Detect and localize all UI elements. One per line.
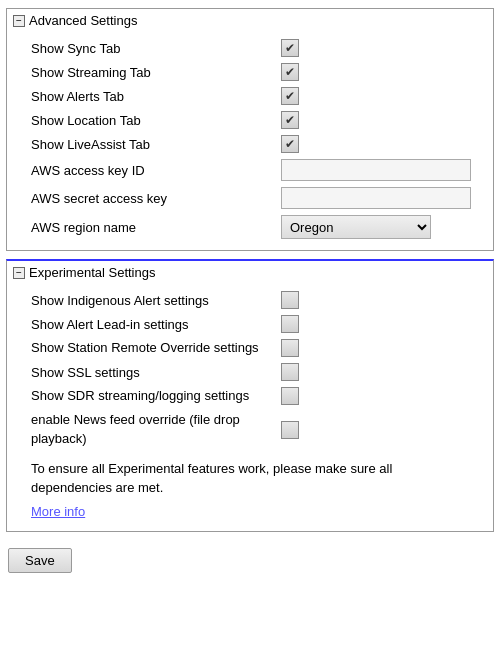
show-location-tab-checkbox[interactable] [281, 111, 299, 129]
show-sync-tab-checkbox[interactable] [281, 39, 299, 57]
row-sdr-streaming: Show SDR streaming/logging settings [7, 384, 493, 408]
news-feed-control [281, 421, 481, 439]
row-station-remote: Show Station Remote Override settings [7, 336, 493, 360]
indigenous-alert-control [281, 291, 481, 309]
show-streaming-tab-control [281, 63, 481, 81]
indigenous-alert-checkbox[interactable] [281, 291, 299, 309]
show-sync-tab-control [281, 39, 481, 57]
news-feed-checkbox[interactable] [281, 421, 299, 439]
show-liveassist-tab-control [281, 135, 481, 153]
ssl-settings-label: Show SSL settings [31, 365, 281, 380]
row-ssl-settings: Show SSL settings [7, 360, 493, 384]
experimental-settings-content: Show Indigenous Alert settings Show Aler… [7, 284, 493, 531]
advanced-settings-title: Advanced Settings [29, 13, 137, 28]
row-aws-secret: AWS secret access key [7, 184, 493, 212]
aws-region-control: Oregon US East (N. Virginia) US West (N.… [281, 215, 481, 239]
aws-secret-input[interactable] [281, 187, 471, 209]
row-alert-leadin: Show Alert Lead-in settings [7, 312, 493, 336]
row-show-liveassist-tab: Show LiveAssist Tab [7, 132, 493, 156]
indigenous-alert-label: Show Indigenous Alert settings [31, 293, 281, 308]
aws-secret-label: AWS secret access key [31, 191, 281, 206]
advanced-settings-section: − Advanced Settings Show Sync Tab Show S… [6, 8, 494, 251]
advanced-collapse-icon[interactable]: − [13, 15, 25, 27]
show-streaming-tab-checkbox[interactable] [281, 63, 299, 81]
station-remote-checkbox[interactable] [281, 339, 299, 357]
row-show-alerts-tab: Show Alerts Tab [7, 84, 493, 108]
more-info-link[interactable]: More info [7, 502, 493, 523]
alert-leadin-control [281, 315, 481, 333]
advanced-settings-header: − Advanced Settings [7, 9, 493, 32]
aws-key-id-label: AWS access key ID [31, 163, 281, 178]
row-news-feed: enable News feed override (file drop pla… [7, 408, 493, 450]
experimental-settings-header: − Experimental Settings [7, 261, 493, 284]
experimental-collapse-icon[interactable]: − [13, 267, 25, 279]
aws-region-select[interactable]: Oregon US East (N. Virginia) US West (N.… [281, 215, 431, 239]
row-show-streaming-tab: Show Streaming Tab [7, 60, 493, 84]
row-show-location-tab: Show Location Tab [7, 108, 493, 132]
experimental-notice: To ensure all Experimental features work… [7, 451, 493, 502]
alert-leadin-checkbox[interactable] [281, 315, 299, 333]
alert-leadin-label: Show Alert Lead-in settings [31, 317, 281, 332]
show-alerts-tab-checkbox[interactable] [281, 87, 299, 105]
show-alerts-tab-label: Show Alerts Tab [31, 89, 281, 104]
aws-key-id-input[interactable] [281, 159, 471, 181]
aws-key-id-control [281, 159, 481, 181]
sdr-streaming-label: Show SDR streaming/logging settings [31, 387, 281, 405]
ssl-settings-control [281, 363, 481, 381]
show-location-tab-label: Show Location Tab [31, 113, 281, 128]
experimental-settings-title: Experimental Settings [29, 265, 155, 280]
row-aws-key-id: AWS access key ID [7, 156, 493, 184]
advanced-settings-content: Show Sync Tab Show Streaming Tab Show Al… [7, 32, 493, 250]
sdr-streaming-checkbox[interactable] [281, 387, 299, 405]
row-aws-region: AWS region name Oregon US East (N. Virgi… [7, 212, 493, 242]
station-remote-label: Show Station Remote Override settings [31, 339, 281, 357]
news-feed-label: enable News feed override (file drop pla… [31, 411, 281, 447]
save-button[interactable]: Save [8, 548, 72, 573]
show-streaming-tab-label: Show Streaming Tab [31, 65, 281, 80]
save-area: Save [0, 540, 500, 581]
experimental-settings-section: − Experimental Settings Show Indigenous … [6, 259, 494, 532]
row-indigenous-alert: Show Indigenous Alert settings [7, 288, 493, 312]
row-show-sync-tab: Show Sync Tab [7, 36, 493, 60]
sdr-streaming-control [281, 387, 481, 405]
aws-secret-control [281, 187, 481, 209]
show-location-tab-control [281, 111, 481, 129]
show-alerts-tab-control [281, 87, 481, 105]
aws-region-label: AWS region name [31, 220, 281, 235]
ssl-settings-checkbox[interactable] [281, 363, 299, 381]
show-liveassist-tab-label: Show LiveAssist Tab [31, 137, 281, 152]
show-liveassist-tab-checkbox[interactable] [281, 135, 299, 153]
show-sync-tab-label: Show Sync Tab [31, 41, 281, 56]
station-remote-control [281, 339, 481, 357]
